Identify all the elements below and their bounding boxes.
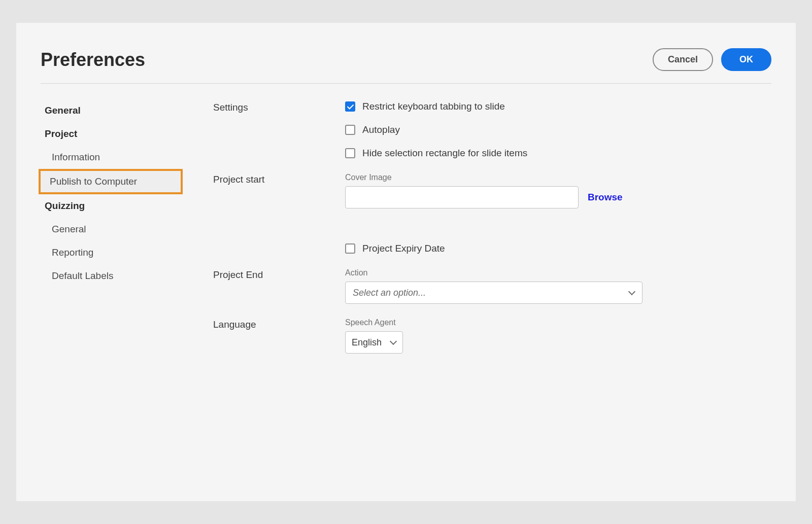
header-buttons: Cancel OK (653, 48, 771, 71)
project-start-content: Cover Image Browse Project Expiry Date (345, 173, 771, 254)
action-select[interactable]: Select an option... (345, 282, 642, 304)
autoplay-row: Autoplay (345, 124, 771, 135)
spacer (345, 221, 771, 231)
sidebar-item-quizzing-general[interactable]: General (41, 218, 213, 241)
sidebar-item-publish-to-computer[interactable]: Publish to Computer (39, 169, 183, 194)
settings-label: Settings (213, 101, 345, 113)
restrict-tabbing-checkbox[interactable] (345, 101, 355, 112)
hide-selection-row: Hide selection rectangle for slide items (345, 148, 771, 159)
project-end-label: Project End (213, 268, 345, 281)
project-end-row: Project End Action Select an option... (213, 268, 771, 304)
autoplay-label: Autoplay (362, 124, 400, 135)
dialog-title: Preferences (41, 49, 145, 71)
autoplay-checkbox[interactable] (345, 125, 355, 135)
sidebar-item-quizzing[interactable]: Quizzing (41, 194, 213, 218)
expiry-date-checkbox[interactable] (345, 243, 355, 254)
language-row: Language Speech Agent English (213, 318, 771, 354)
ok-button[interactable]: OK (721, 48, 771, 71)
sidebar-item-general[interactable]: General (41, 99, 213, 122)
action-label: Action (345, 268, 771, 277)
sidebar-item-default-labels[interactable]: Default Labels (41, 264, 213, 288)
project-start-row: Project start Cover Image Browse Project… (213, 173, 771, 254)
cover-image-field: Cover Image Browse (345, 173, 771, 208)
speech-agent-label: Speech Agent (345, 318, 771, 327)
speech-agent-field: Speech Agent English (345, 318, 771, 354)
speech-agent-select[interactable]: English (345, 331, 403, 354)
preferences-dialog: Preferences Cancel OK General Project In… (16, 23, 796, 501)
chevron-down-icon (629, 290, 635, 296)
hide-selection-label: Hide selection rectangle for slide items (362, 148, 527, 159)
action-field: Action Select an option... (345, 268, 771, 304)
project-start-label: Project start (213, 173, 345, 185)
main-panel: Settings Restrict keyboard tabbing to sl… (213, 99, 771, 354)
dialog-content: General Project Information Publish to C… (41, 99, 771, 354)
expiry-date-label: Project Expiry Date (362, 243, 445, 254)
sidebar-item-information[interactable]: Information (41, 146, 213, 169)
restrict-tabbing-row: Restrict keyboard tabbing to slide (345, 101, 771, 112)
action-select-placeholder: Select an option... (353, 288, 426, 298)
cover-image-input[interactable] (345, 186, 579, 208)
restrict-tabbing-label: Restrict keyboard tabbing to slide (362, 101, 505, 112)
sidebar-item-reporting[interactable]: Reporting (41, 241, 213, 264)
settings-row: Settings Restrict keyboard tabbing to sl… (213, 101, 771, 159)
expiry-date-row: Project Expiry Date (345, 243, 771, 254)
hide-selection-checkbox[interactable] (345, 148, 355, 158)
chevron-down-icon (390, 339, 396, 345)
language-content: Speech Agent English (345, 318, 771, 354)
browse-button[interactable]: Browse (588, 192, 623, 203)
sidebar: General Project Information Publish to C… (41, 99, 213, 354)
cover-image-input-row: Browse (345, 186, 771, 208)
sidebar-item-project[interactable]: Project (41, 122, 213, 146)
project-end-content: Action Select an option... (345, 268, 771, 304)
cancel-button[interactable]: Cancel (653, 48, 713, 71)
settings-content: Restrict keyboard tabbing to slide Autop… (345, 101, 771, 159)
language-label: Language (213, 318, 345, 330)
dialog-header: Preferences Cancel OK (41, 48, 771, 84)
cover-image-label: Cover Image (345, 173, 771, 182)
speech-agent-value: English (352, 337, 382, 348)
